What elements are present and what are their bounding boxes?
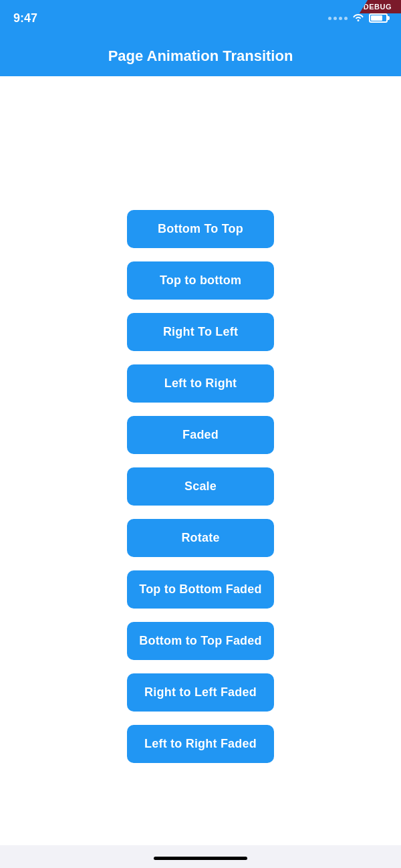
signal-dot-3 (339, 17, 342, 20)
btn-rotate[interactable]: Rotate (127, 519, 274, 557)
btn-bottom-to-top-faded[interactable]: Bottom to Top Faded (127, 622, 274, 660)
btn-left-to-right[interactable]: Left to Right (127, 364, 274, 403)
debug-badge: DEBUG (360, 0, 401, 13)
status-bar: 9:47 DEBUG (0, 0, 401, 36)
btn-top-to-bottom-faded[interactable]: Top to Bottom Faded (127, 570, 274, 609)
btn-right-to-left[interactable]: Right To Left (127, 313, 274, 351)
signal-dots (328, 17, 348, 20)
btn-right-to-left-faded[interactable]: Right to Left Faded (127, 673, 274, 712)
status-time: 9:47 (13, 11, 37, 25)
battery-fill (371, 15, 382, 21)
page-title: Page Animation Transition (108, 47, 293, 65)
btn-scale[interactable]: Scale (127, 467, 274, 506)
home-indicator (154, 857, 247, 860)
btn-left-to-right-faded[interactable]: Left to Right Faded (127, 725, 274, 763)
btn-bottom-to-top[interactable]: Bottom To Top (127, 210, 274, 248)
signal-dot-4 (344, 17, 348, 20)
btn-top-to-bottom[interactable]: Top to bottom (127, 261, 274, 300)
battery-icon (369, 13, 388, 23)
signal-dot-1 (328, 17, 331, 20)
wifi-icon (352, 12, 365, 24)
status-icons (328, 12, 388, 24)
btn-faded[interactable]: Faded (127, 416, 274, 454)
nav-bar: Page Animation Transition (0, 36, 401, 76)
main-content: Bottom To TopTop to bottomRight To LeftL… (0, 76, 401, 845)
signal-dot-2 (333, 17, 337, 20)
